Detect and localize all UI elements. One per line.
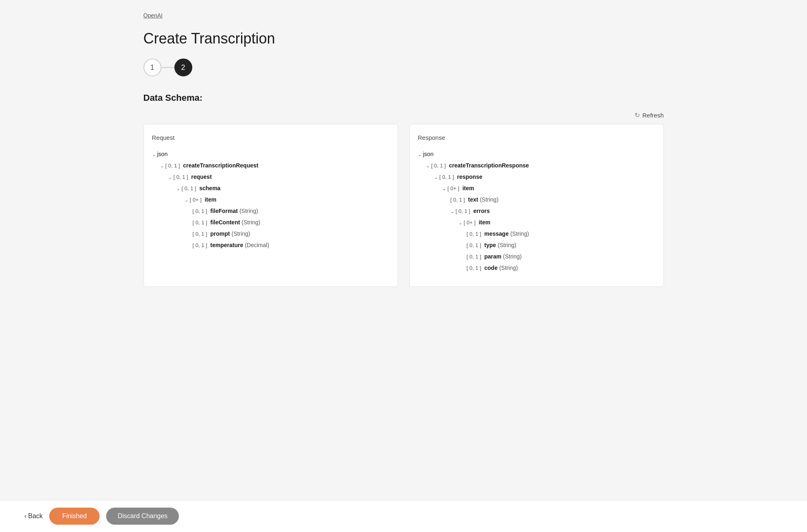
tree-row: [ 0, 1 ] temperature (Decimal) [152,239,389,251]
tree-row: ⌄ [ 0+ ] item [152,194,389,205]
discard-button[interactable]: Discard Changes [106,508,179,525]
tree-row: ⌄ json [152,148,389,160]
refresh-button[interactable]: ↻ Refresh [635,111,664,119]
request-panel: Request ⌄ json ⌄ [ 0, 1 ] createTranscri… [144,124,398,287]
response-tree: ⌄ json ⌄ [ 0, 1 ] createTranscriptionRes… [418,148,655,274]
tree-row: [ 0, 1 ] param (String) [418,251,655,262]
breadcrumb-link[interactable]: OpenAI [144,12,163,19]
back-button[interactable]: ‹ Back [24,512,43,520]
finished-button[interactable]: Finished [49,508,100,525]
chevron-icon[interactable]: ⌄ [176,184,180,193]
tree-row: [ 0, 1 ] fileContent (String) [152,217,389,228]
page-title: Create Transcription [144,30,664,47]
back-arrow-icon: ‹ [24,512,26,520]
chevron-icon[interactable]: ⌄ [185,195,188,204]
tree-row: [ 0, 1 ] prompt (String) [152,228,389,239]
refresh-bar: ↻ Refresh [144,111,664,119]
chevron-icon[interactable]: ⌄ [442,184,446,193]
step-connector [161,67,174,68]
tree-row: [ 0, 1 ] message (String) [418,228,655,239]
footer: ‹ Back Finished Discard Changes [0,500,807,532]
chevron-icon[interactable]: ⌄ [160,161,164,170]
step-2[interactable]: 2 [174,59,192,76]
section-title: Data Schema: [144,93,664,103]
chevron-icon[interactable]: ⌄ [152,150,156,159]
breadcrumb: OpenAI [144,12,664,19]
tree-row: ⌄ [ 0, 1 ] response [418,171,655,182]
response-panel-label: Response [418,134,655,141]
request-tree: ⌄ json ⌄ [ 0, 1 ] createTranscriptionReq… [152,148,389,251]
schema-panels: Request ⌄ json ⌄ [ 0, 1 ] createTranscri… [144,124,664,287]
response-panel: Response ⌄ json ⌄ [ 0, 1 ] createTranscr… [409,124,664,287]
chevron-icon[interactable]: ⌄ [459,218,462,227]
tree-row: [ 0, 1 ] fileFormat (String) [152,205,389,217]
tree-row: [ 0, 1 ] code (String) [418,262,655,274]
tree-row: ⌄ [ 0, 1 ] schema [152,182,389,194]
tree-row: ⌄ [ 0+ ] item [418,217,655,228]
chevron-icon[interactable]: ⌄ [168,173,172,182]
stepper: 1 2 [144,59,664,76]
tree-row: ⌄ [ 0, 1 ] request [152,171,389,182]
refresh-icon: ↻ [635,111,640,119]
tree-row: ⌄ [ 0, 1 ] createTranscriptionResponse [418,160,655,171]
tree-row: ⌄ [ 0+ ] item [418,182,655,194]
tree-row: [ 0, 1 ] text (String) [418,194,655,205]
step-1[interactable]: 1 [144,59,161,76]
chevron-icon[interactable]: ⌄ [434,173,438,182]
tree-row: ⌄ json [418,148,655,160]
chevron-icon[interactable]: ⌄ [450,207,454,216]
tree-row: [ 0, 1 ] type (String) [418,239,655,251]
tree-row: ⌄ [ 0, 1 ] createTranscriptionRequest [152,160,389,171]
chevron-icon[interactable]: ⌄ [418,150,422,159]
request-panel-label: Request [152,134,389,141]
chevron-icon[interactable]: ⌄ [426,161,430,170]
tree-row: ⌄ [ 0, 1 ] errors [418,205,655,217]
